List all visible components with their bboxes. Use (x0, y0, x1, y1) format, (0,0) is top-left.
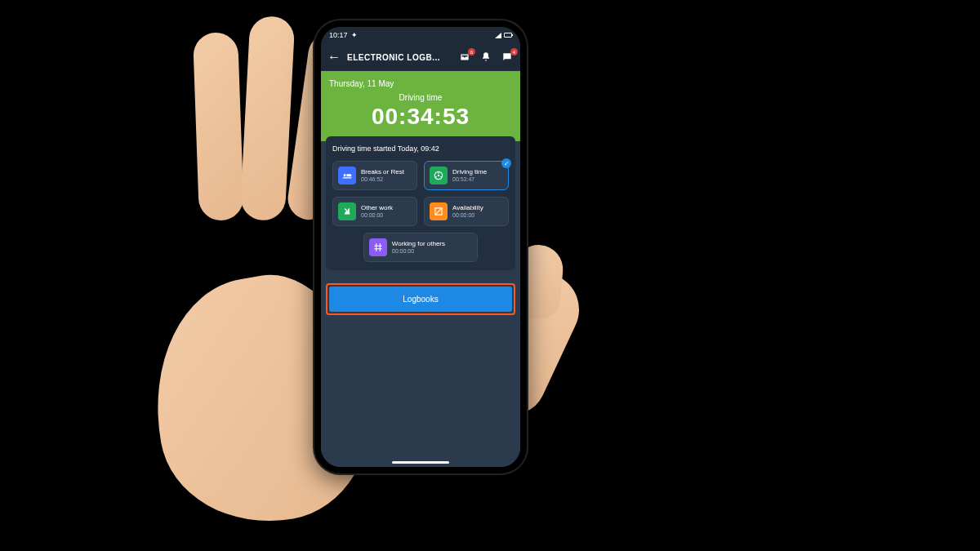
tile-breaks-time: 00:46:52 (361, 176, 404, 183)
logbooks-button[interactable]: Logbooks (329, 287, 512, 312)
bed-icon (338, 167, 356, 184)
tile-avail-time: 00:00:00 (452, 212, 483, 219)
banner-label: Driving time (329, 93, 512, 102)
battery-icon (504, 33, 512, 38)
tile-other-time: 00:00:00 (361, 212, 393, 219)
app-header: ← ELECTRONIC LOGB... 6 4 (321, 43, 520, 71)
status-bar: 10:17 ✦ (321, 27, 520, 43)
back-button[interactable]: ← (327, 50, 341, 64)
phone-screen: 10:17 ✦ ← ELECTRONIC LOGB... 6 (321, 27, 520, 467)
tile-availability[interactable]: Availability 00:00:00 (424, 197, 509, 226)
signal-icon (495, 33, 501, 38)
inbox-button[interactable]: 6 (458, 51, 471, 64)
status-misc-icon: ✦ (351, 31, 358, 39)
tile-driving-label: Driving time (452, 169, 487, 176)
screen-filler (321, 315, 520, 467)
tile-breaks-label: Breaks or Rest (361, 169, 404, 176)
hash-icon (369, 238, 387, 256)
chat-button[interactable]: 4 (501, 51, 514, 64)
availability-icon (430, 202, 448, 220)
tile-driving-time: 00:53:47 (452, 176, 487, 183)
tile-breaks[interactable]: Breaks or Rest 00:46:52 (332, 161, 417, 190)
home-indicator[interactable] (392, 461, 449, 464)
status-time: 10:17 (329, 31, 348, 39)
driving-banner: Thursday, 11 May Driving time 00:34:53 (321, 71, 520, 141)
phone-device: 10:17 ✦ ← ELECTRONIC LOGB... 6 (314, 20, 527, 473)
steering-icon (430, 167, 448, 184)
logbooks-highlight: Logbooks (326, 283, 515, 315)
header-title: ELECTRONIC LOGB... (347, 53, 452, 62)
tile-others-time: 00:00:00 (392, 248, 445, 255)
svg-point-1 (438, 175, 439, 176)
tile-other-label: Other work (361, 205, 393, 212)
banner-timer: 00:34:53 (329, 104, 512, 130)
tools-icon (338, 202, 356, 220)
tile-working-for-others[interactable]: Working for others 00:00:00 (363, 233, 478, 262)
inbox-badge: 6 (468, 48, 475, 56)
tile-driving[interactable]: ✓ Driving time 00:53:47 (424, 161, 509, 190)
chat-badge: 4 (510, 48, 518, 56)
banner-date: Thursday, 11 May (329, 79, 512, 88)
tile-avail-label: Availability (452, 205, 483, 212)
notifications-button[interactable] (479, 51, 492, 64)
tile-other-work[interactable]: Other work 00:00:00 (332, 197, 417, 226)
started-text: Driving time started Today, 09:42 (332, 144, 509, 153)
tile-others-label: Working for others (392, 241, 445, 248)
activity-card: Driving time started Today, 09:42 Breaks… (326, 136, 515, 270)
check-icon: ✓ (501, 158, 511, 168)
bell-icon (480, 51, 492, 63)
